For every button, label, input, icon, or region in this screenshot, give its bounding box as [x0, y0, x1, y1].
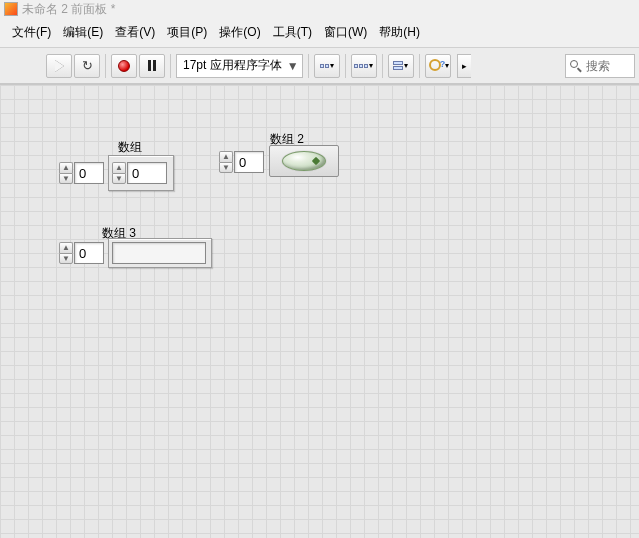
menu-view[interactable]: 查看(V) [111, 22, 159, 43]
array1-label: 数组 [118, 139, 142, 156]
spin-down-icon: ▼ [59, 173, 73, 185]
array2-index-field[interactable]: 0 [234, 151, 264, 173]
spin-down-icon: ▼ [219, 162, 233, 174]
boolean-led[interactable] [282, 151, 326, 171]
pause-icon [148, 60, 156, 71]
distribute-button[interactable]: ▾ [351, 54, 377, 78]
search-icon [570, 60, 582, 72]
title-bar: 未命名 2 前面板 * [0, 0, 639, 18]
array3-index-spinner[interactable]: ▲▼ [59, 242, 73, 264]
menu-project[interactable]: 项目(P) [163, 22, 211, 43]
spin-down-icon: ▼ [112, 173, 126, 185]
font-label: 17pt 应用程序字体 [183, 57, 282, 74]
run-button[interactable] [46, 54, 72, 78]
array2-index-spinner[interactable]: ▲▼ [219, 151, 233, 173]
spin-up-icon: ▲ [219, 151, 233, 162]
dropdown-icon: ▾ [330, 61, 334, 70]
array3-container[interactable] [108, 238, 212, 268]
run-continuous-button[interactable]: ↻ [74, 54, 100, 78]
dropdown-icon: ▼ [286, 59, 300, 73]
array1-index-spinner[interactable]: ▲▼ [59, 162, 73, 184]
array1-elem-field[interactable]: 0 [127, 162, 167, 184]
search-box[interactable] [565, 54, 635, 78]
abort-icon [118, 60, 130, 72]
reorder-button[interactable]: ▾ [425, 54, 451, 78]
array1-elem-value: 0 [132, 166, 139, 181]
separator [105, 54, 106, 78]
menu-help[interactable]: 帮助(H) [375, 22, 424, 43]
separator [419, 54, 420, 78]
menu-bar: 文件(F) 编辑(E) 查看(V) 项目(P) 操作(O) 工具(T) 窗口(W… [0, 18, 639, 48]
spin-up-icon: ▲ [112, 162, 126, 173]
dropdown-icon: ▾ [445, 61, 449, 70]
font-selector[interactable]: 17pt 应用程序字体 ▼ [176, 54, 303, 78]
array3-elem-field[interactable] [112, 242, 206, 264]
window-title: 未命名 2 前面板 * [22, 1, 115, 18]
toolbar: ↻ 17pt 应用程序字体 ▼ ▾ ▾ ▾ ▾ ▸ [0, 48, 639, 84]
array3-index-field[interactable]: 0 [74, 242, 104, 264]
separator [345, 54, 346, 78]
spin-up-icon: ▲ [59, 162, 73, 173]
search-input[interactable] [586, 59, 626, 73]
dropdown-icon: ▸ [462, 61, 467, 71]
menu-file[interactable]: 文件(F) [8, 22, 55, 43]
array2-container[interactable] [269, 145, 339, 177]
separator [308, 54, 309, 78]
pause-button[interactable] [139, 54, 165, 78]
array1-container[interactable]: ▲▼ 0 [108, 155, 174, 191]
array1-index-field[interactable]: 0 [74, 162, 104, 184]
array2-index-value: 0 [239, 155, 246, 170]
spin-down-icon: ▼ [59, 253, 73, 265]
gear-icon [427, 58, 445, 74]
spin-up-icon: ▲ [59, 242, 73, 253]
menu-edit[interactable]: 编辑(E) [59, 22, 107, 43]
search-dropdown[interactable]: ▸ [457, 54, 471, 78]
menu-tools[interactable]: 工具(T) [269, 22, 316, 43]
resize-button[interactable]: ▾ [388, 54, 414, 78]
align-button[interactable]: ▾ [314, 54, 340, 78]
distribute-icon [354, 64, 368, 68]
separator [170, 54, 171, 78]
run-arrow-icon [55, 60, 64, 72]
align-icon [320, 64, 329, 68]
front-panel-canvas[interactable]: 数组 ▲▼ 0 ▲▼ 0 数组 2 ▲▼ 0 数组 3 ▲▼ 0 @51CTO博… [0, 84, 639, 538]
dropdown-icon: ▾ [369, 61, 373, 70]
array3-index-value: 0 [79, 246, 86, 261]
array1-elem-spinner[interactable]: ▲▼ [112, 162, 126, 184]
run-continuous-icon: ↻ [82, 59, 93, 72]
abort-button[interactable] [111, 54, 137, 78]
menu-window[interactable]: 窗口(W) [320, 22, 371, 43]
dropdown-icon: ▾ [404, 61, 408, 70]
menu-operate[interactable]: 操作(O) [215, 22, 264, 43]
separator [382, 54, 383, 78]
array1-index-value: 0 [79, 166, 86, 181]
resize-icon [393, 61, 403, 70]
app-icon [4, 2, 18, 16]
